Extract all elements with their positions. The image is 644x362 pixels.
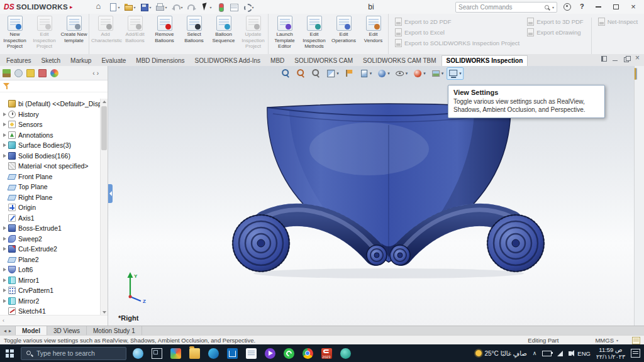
custom-properties-icon[interactable]: [636, 68, 637, 80]
volume-icon[interactable]: [569, 351, 572, 356]
window-close-button[interactable]: ×: [626, 1, 640, 13]
camtasia-taskbar-button[interactable]: [336, 344, 355, 362]
expand-arrow-icon[interactable]: [2, 184, 8, 190]
tree-item[interactable]: Cut-Extrude2: [0, 244, 101, 255]
expand-arrow-icon[interactable]: [2, 122, 8, 128]
action-center-button[interactable]: [631, 349, 640, 358]
chrome-taskbar-button[interactable]: [298, 344, 317, 362]
expand-arrow-icon[interactable]: [2, 309, 8, 314]
language-indicator[interactable]: ENG: [577, 350, 591, 357]
options-button[interactable]: [242, 1, 255, 13]
expand-arrow-icon[interactable]: [2, 173, 8, 179]
expand-arrow-icon[interactable]: [2, 153, 8, 158]
dynamic-annotation-views-button[interactable]: [342, 67, 356, 80]
export-command[interactable]: Export to 3D PDF: [527, 18, 583, 26]
tree-item[interactable]: Plane2: [0, 255, 101, 265]
expand-arrow-icon[interactable]: [2, 143, 8, 148]
expand-arrow-icon[interactable]: [2, 215, 8, 221]
expand-arrow-icon[interactable]: [2, 163, 8, 169]
ribbon-button[interactable]: Create New template: [59, 14, 89, 54]
open-button[interactable]: [123, 1, 136, 13]
command-tab[interactable]: MBD: [265, 55, 289, 66]
hidden-icons-button[interactable]: ∧: [533, 350, 537, 356]
tree-item[interactable]: bi (Default) <<Default>_Display State: [0, 99, 101, 109]
store-taskbar-button[interactable]: [223, 344, 242, 362]
expand-arrow-icon[interactable]: [2, 205, 8, 211]
home-button[interactable]: [94, 1, 105, 13]
tree-item[interactable]: Surface Bodies(3): [0, 140, 101, 151]
ribbon-button[interactable]: Add/Edit Balloons: [120, 14, 150, 54]
command-tab[interactable]: Markup: [65, 55, 96, 66]
tree-item[interactable]: Boss-Extrude1: [0, 223, 101, 234]
photos-taskbar-button[interactable]: [166, 344, 185, 362]
configurationmanager-tab-icon[interactable]: [26, 69, 35, 77]
dimxpertmanager-tab-icon[interactable]: [38, 69, 47, 77]
command-tab[interactable]: SOLIDWORKS CAM: [289, 55, 358, 66]
file-properties-button[interactable]: [228, 1, 240, 13]
clock[interactable]: 11:59 ص ٢٢/١١/٢٠٢٣: [596, 346, 625, 360]
zoom-to-fit-button[interactable]: [279, 67, 292, 80]
tree-item[interactable]: Origin: [0, 202, 101, 213]
view-orientation-button[interactable]: [357, 67, 374, 80]
command-tab[interactable]: MBD Dimensions: [131, 55, 189, 66]
weather-status[interactable]: 25°C صافٍ غالبًا: [475, 350, 527, 357]
view-settings-button[interactable]: [447, 67, 464, 80]
hide-show-items-button[interactable]: [393, 67, 410, 80]
doc-tab-left-icon[interactable]: ◂: [4, 328, 6, 334]
pane-icon[interactable]: [601, 55, 608, 62]
doc-minimize-icon[interactable]: [612, 55, 619, 62]
window-maximize-button[interactable]: [609, 1, 623, 13]
command-search-input[interactable]: Search Commands ▾: [455, 2, 557, 13]
tree-item[interactable]: Front Plane: [0, 172, 101, 182]
export-command[interactable]: Export eDrawing: [527, 28, 583, 36]
tree-item[interactable]: Annotations: [0, 130, 101, 141]
ribbon-button[interactable]: Edit Inspection Methods: [299, 14, 329, 54]
part-model[interactable]: [228, 99, 555, 281]
doc-tab-right-icon[interactable]: ▸: [9, 328, 11, 334]
select-button[interactable]: [199, 1, 213, 13]
file-explorer-taskbar-button[interactable]: [185, 344, 204, 362]
user-account-button[interactable]: [561, 1, 572, 13]
notepad-taskbar-button[interactable]: [242, 344, 260, 362]
panel-collapse-handle[interactable]: [108, 184, 113, 203]
tree-item[interactable]: Solid Bodies(166): [0, 151, 101, 162]
tree-item[interactable]: History: [0, 109, 101, 120]
tree-item[interactable]: Sketch41: [0, 306, 101, 315]
undo-button[interactable]: [170, 1, 184, 13]
tree-item[interactable]: Material <not specified>: [0, 161, 101, 172]
ribbon-button[interactable]: New Inspection Project: [0, 14, 30, 54]
battery-icon[interactable]: [542, 351, 552, 356]
app-menu-caret-icon[interactable]: ▸: [70, 4, 73, 10]
ribbon-button[interactable]: Select Balloons: [179, 14, 209, 54]
new-document-button[interactable]: [107, 1, 121, 13]
filter-icon[interactable]: [3, 82, 10, 90]
window-minimize-button[interactable]: [591, 1, 605, 13]
tree-item[interactable]: Sensors: [0, 119, 101, 130]
section-view-button[interactable]: [324, 67, 341, 80]
ribbon-button[interactable]: Balloon Sequence: [209, 14, 238, 54]
tree-item[interactable]: Axis1: [0, 213, 101, 224]
document-tab[interactable]: 3D Views: [47, 326, 87, 336]
command-tab[interactable]: SOLIDWORKS Add-Ins: [190, 55, 265, 66]
export-command[interactable]: Export to Excel: [395, 28, 519, 36]
save-button[interactable]: [138, 1, 152, 13]
tree-item[interactable]: Mirror1: [0, 275, 101, 286]
ribbon-button[interactable]: Remove Balloons: [150, 14, 179, 54]
expand-arrow-icon[interactable]: [2, 288, 8, 293]
expand-arrow-icon[interactable]: [2, 277, 8, 283]
expand-arrow-icon[interactable]: [2, 111, 8, 117]
document-tab[interactable]: Model: [16, 326, 47, 336]
expand-arrow-icon[interactable]: [2, 132, 8, 138]
ribbon-button[interactable]: Edit Vendors: [358, 14, 389, 54]
solidworks-menu[interactable]: DS SOLIDWORKS ▸: [0, 3, 76, 11]
rebuild-button[interactable]: [215, 1, 226, 13]
export-command[interactable]: Export to SOLIDWORKS Inspection Project: [395, 39, 519, 47]
help-button[interactable]: [576, 1, 587, 13]
ribbon-button[interactable]: Add Characteristic: [91, 14, 120, 54]
displaymanager-tab-icon[interactable]: [50, 69, 58, 77]
ribbon-button[interactable]: Edit Inspection Project: [30, 14, 59, 54]
doc-restore-icon[interactable]: [623, 55, 630, 62]
cortana-taskbar-button[interactable]: [128, 344, 147, 362]
whatsapp-taskbar-button[interactable]: [279, 344, 298, 362]
tab-scroll-left-icon[interactable]: ‹: [92, 70, 94, 77]
